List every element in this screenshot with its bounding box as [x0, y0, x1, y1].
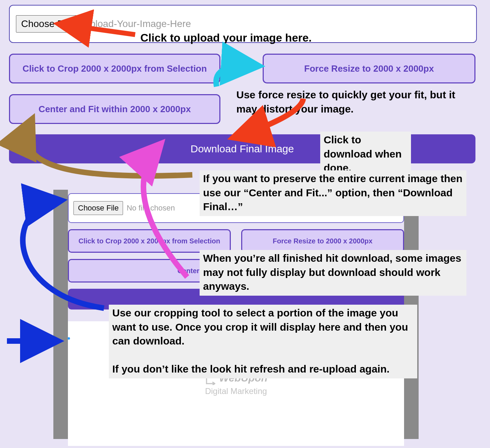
inner-crop-button[interactable]: Click to Crop 2000 x 2000px from Selecti… [68, 229, 231, 253]
preview-sidebar-left [53, 190, 68, 439]
inner-crop-button-label: Click to Crop 2000 x 2000px from Selecti… [78, 237, 220, 245]
annotation-upload: Click to upload your image here. [137, 29, 315, 47]
crop-button[interactable]: Click to Crop 2000 x 2000px from Selecti… [9, 54, 220, 83]
download-button-label: Download Final Image [191, 143, 294, 155]
inner-choose-file-button[interactable]: Choose File [73, 201, 123, 215]
annotation-resize: Use force resize to quickly get your fit… [233, 87, 467, 118]
inner-force-resize-button-label: Force Resize to 2000 x 2000px [273, 237, 373, 245]
crop-button-label: Click to Crop 2000 x 2000px from Selecti… [23, 63, 207, 74]
crosshair-dot [68, 337, 70, 340]
webupon-logo-subtext: Digital Marketing [205, 386, 267, 396]
inner-file-status: No file chosen [126, 204, 175, 213]
annotation-cropping: Use our cropping tool to select a portio… [109, 305, 417, 378]
choose-file-button[interactable]: Choose File [16, 15, 78, 33]
arrow-to-force-resize [216, 65, 256, 87]
center-fit-button[interactable]: Center and Fit within 2000 x 2000px [9, 94, 220, 124]
annotation-center: If you want to preserve the entire curre… [200, 170, 466, 216]
center-fit-button-label: Center and Fit within 2000 x 2000px [38, 104, 191, 115]
upload-placeholder: Upload-Your-Image-Here [83, 18, 191, 29]
force-resize-button-label: Force Resize to 2000 x 2000px [304, 63, 434, 74]
inner-force-resize-button[interactable]: Force Resize to 2000 x 2000px [241, 229, 404, 253]
force-resize-button[interactable]: Force Resize to 2000 x 2000px [263, 54, 475, 83]
annotation-finished: When you’re all finished hit download, s… [200, 250, 466, 296]
